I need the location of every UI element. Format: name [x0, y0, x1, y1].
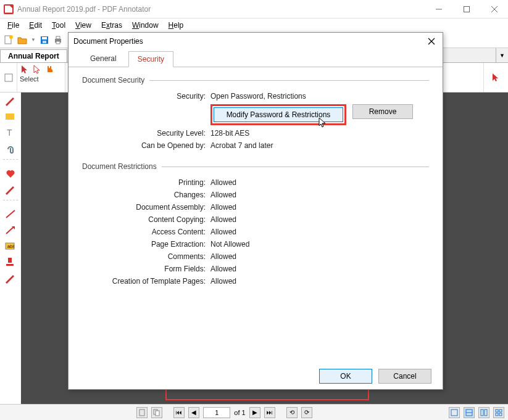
value-printing: Allowed	[210, 178, 429, 187]
value-opened-by: Acrobat 7 and later	[210, 141, 429, 150]
new-icon[interactable]	[4, 35, 14, 45]
text-tool-icon[interactable]: T	[4, 127, 17, 138]
document-properties-dialog: Document Properties General Security Doc…	[68, 32, 443, 390]
print-icon[interactable]	[53, 35, 63, 45]
nav-forward-button[interactable]: ⟳	[301, 407, 312, 418]
section-document-security: Document Security	[82, 76, 144, 84]
arrow-select-alt-icon[interactable]	[32, 64, 43, 75]
value-forms: Allowed	[210, 265, 429, 273]
view-mode2-icon[interactable]	[464, 407, 475, 418]
page-total-label: of 1	[234, 409, 245, 416]
textbox-icon[interactable]: abI	[4, 241, 17, 252]
line-icon[interactable]	[4, 208, 17, 220]
value-assembly: Allowed	[210, 203, 429, 212]
value-template: Allowed	[210, 277, 429, 286]
nav-last-button[interactable]: ⏭	[264, 407, 275, 418]
svg-line-15	[6, 210, 15, 218]
svg-rect-19	[8, 258, 12, 263]
bottom-highlight-box	[165, 388, 369, 400]
maximize-button[interactable]	[452, 0, 480, 18]
value-comments: Allowed	[210, 252, 429, 261]
nav-back-button[interactable]: ⟲	[286, 407, 298, 418]
label-security-level: Security Level:	[82, 129, 206, 138]
menu-view[interactable]: View	[72, 20, 95, 31]
save-icon[interactable]	[40, 35, 49, 45]
checkbox-icon[interactable]	[4, 73, 13, 82]
pen3-icon[interactable]	[4, 273, 17, 284]
value-security-level: 128-bit AES	[210, 129, 429, 138]
menu-tool[interactable]: Tool	[48, 20, 69, 31]
dropdown-icon[interactable]: ▼	[31, 37, 36, 43]
svg-text:abI: abI	[7, 244, 14, 249]
document-tab[interactable]: Annual Report	[0, 49, 67, 62]
heart-stamp-icon[interactable]	[4, 168, 17, 179]
svg-point-5	[9, 35, 13, 39]
window-title: Annual Report 2019.pdf - PDF Annotator	[17, 5, 425, 14]
svg-rect-7	[42, 37, 47, 39]
arrow-select-icon[interactable]	[20, 64, 31, 75]
left-tool-strip: T abI	[0, 93, 21, 284]
modify-password-button[interactable]: Modify Password & Restrictions	[214, 107, 343, 122]
minimize-button[interactable]	[425, 0, 452, 18]
view-mode4-icon[interactable]	[493, 407, 504, 418]
svg-line-16	[6, 227, 14, 234]
svg-rect-29	[481, 410, 483, 416]
svg-rect-34	[499, 413, 502, 416]
label-assembly: Document Assembly:	[82, 203, 206, 212]
ok-button[interactable]: OK	[319, 369, 372, 384]
svg-rect-33	[496, 413, 498, 416]
value-extraction: Not Allowed	[210, 240, 429, 249]
menu-extras[interactable]: Extras	[98, 20, 126, 31]
svg-rect-1	[464, 6, 469, 12]
close-button[interactable]	[480, 0, 508, 18]
menu-edit[interactable]: Edit	[25, 20, 46, 31]
app-icon	[4, 4, 14, 14]
section-document-restrictions: Document Restrictions	[82, 162, 157, 171]
svg-rect-11	[56, 41, 60, 44]
attachment-icon[interactable]	[4, 143, 17, 154]
menu-window[interactable]: Window	[128, 20, 162, 31]
label-copying: Content Copying:	[82, 215, 206, 224]
hand-icon[interactable]	[44, 64, 56, 75]
label-changes: Changes:	[82, 191, 206, 199]
open-icon[interactable]	[17, 35, 27, 45]
view-mode1-icon[interactable]	[449, 407, 460, 418]
titlebar: Annual Report 2019.pdf - PDF Annotator	[0, 0, 508, 19]
nav-doc2-icon[interactable]	[151, 407, 162, 418]
nav-next-button[interactable]: ▶	[249, 407, 260, 418]
nav-first-button[interactable]: ⏮	[173, 407, 185, 418]
svg-rect-30	[485, 410, 487, 416]
view-mode3-icon[interactable]	[478, 407, 489, 418]
dialog-title: Document Properties	[73, 37, 425, 46]
ribbon-arrow-icon[interactable]	[491, 72, 502, 83]
svg-rect-8	[43, 41, 46, 43]
svg-rect-20	[6, 264, 14, 266]
remove-button[interactable]: Remove	[352, 104, 413, 119]
page-number-input[interactable]	[203, 407, 230, 418]
pen-red-icon[interactable]	[4, 95, 17, 106]
label-opened-by: Can be Opened by:	[82, 141, 206, 150]
stamp-icon[interactable]	[4, 257, 17, 268]
tab-general[interactable]: General	[81, 51, 126, 67]
pen-alt-icon[interactable]	[4, 184, 17, 195]
svg-rect-26	[451, 410, 457, 416]
label-template: Creation of Template Pages:	[82, 277, 206, 286]
marker-yellow-icon[interactable]	[4, 111, 17, 122]
label-access: Access Content:	[82, 228, 206, 236]
doctab-dropdown[interactable]: ▼	[496, 48, 508, 62]
nav-doc1-icon[interactable]	[136, 407, 148, 418]
dialog-close-button[interactable]	[425, 35, 438, 47]
menubar: File Edit Tool View Extras Window Help	[0, 19, 508, 32]
arrow-icon[interactable]	[4, 224, 17, 236]
svg-rect-32	[499, 410, 502, 412]
label-printing: Printing:	[82, 178, 206, 187]
menu-file[interactable]: File	[4, 20, 23, 31]
label-extraction: Page Extraction:	[82, 240, 206, 249]
dialog-tabs: General Security	[69, 50, 443, 67]
value-changes: Allowed	[210, 191, 429, 199]
value-security: Open Password, Restrictions	[210, 92, 429, 101]
cancel-button[interactable]: Cancel	[378, 369, 431, 384]
tab-security[interactable]: Security	[128, 51, 173, 67]
menu-help[interactable]: Help	[165, 20, 188, 31]
nav-prev-button[interactable]: ◀	[188, 407, 199, 418]
